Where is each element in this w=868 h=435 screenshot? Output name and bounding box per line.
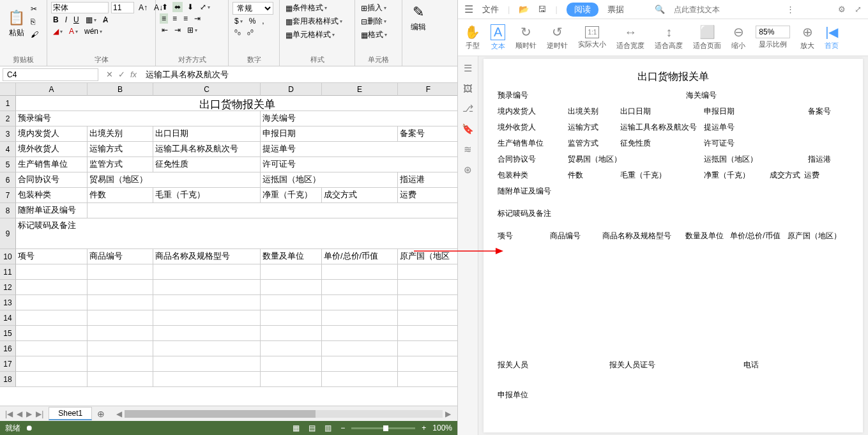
layers-icon[interactable]: ≋ <box>464 144 472 155</box>
zoom-slider[interactable] <box>351 427 415 429</box>
phonetic-button[interactable]: wén▾ <box>82 26 104 36</box>
first-page-tool[interactable]: |◀首页 <box>825 24 839 50</box>
grid-cell[interactable]: 商品编号 <box>88 249 153 264</box>
grid-cell[interactable] <box>261 310 322 326</box>
grid-cell[interactable] <box>16 326 88 341</box>
column-header[interactable]: C <box>153 83 261 96</box>
grid-cell[interactable]: 成交方式 <box>322 188 398 203</box>
grid-cell[interactable] <box>322 356 398 372</box>
copy-button[interactable]: ⎘ <box>29 17 40 27</box>
fill-color-button[interactable]: ◢▾ <box>51 26 65 36</box>
read-tab[interactable]: 阅读 <box>567 3 598 17</box>
row-header[interactable]: 13 <box>0 295 16 310</box>
rotate-cw-tool[interactable]: ↻顺时针 <box>515 24 537 50</box>
align-center-button[interactable]: ≡ <box>171 13 179 24</box>
grid-cell[interactable] <box>398 310 457 326</box>
add-sheet-button[interactable]: ⊕ <box>92 409 110 419</box>
grid-cell[interactable] <box>322 280 398 295</box>
grid-cell[interactable]: 出口日期 <box>153 126 261 142</box>
grid-cell[interactable] <box>88 356 153 372</box>
delete-button[interactable]: ⊟ 删除▾ <box>359 15 388 27</box>
grid-cell[interactable]: 贸易国（地区） <box>88 172 261 188</box>
cut-button[interactable]: ✂ <box>29 4 40 14</box>
page-layout-view-button[interactable]: ▤ <box>306 424 318 432</box>
pdf-page[interactable]: 出口货物报关单 预录编号海关编号 境内发货人出境关别出口日期申报日期备案号 境外… <box>483 59 863 432</box>
confirm-formula-button[interactable]: ✓ <box>118 70 125 79</box>
hand-tool[interactable]: ✋手型 <box>464 24 480 50</box>
grid-cell[interactable] <box>88 326 153 341</box>
grid-cell[interactable] <box>88 280 153 295</box>
grid-cell[interactable]: 海关编号 <box>261 111 457 126</box>
underline-button[interactable]: U <box>72 15 81 25</box>
align-right-button[interactable]: ≡ <box>181 13 190 24</box>
grid-cell[interactable] <box>322 295 398 310</box>
grid-cell[interactable]: 运输方式 <box>88 142 153 157</box>
grid-cell[interactable]: 商品名称及规格型号 <box>153 249 261 264</box>
select-all-corner[interactable] <box>0 83 16 96</box>
save-icon[interactable]: 🖫 <box>538 4 546 14</box>
grid-cell[interactable]: 运费 <box>398 188 457 203</box>
grid-cell[interactable] <box>261 326 322 341</box>
currency-button[interactable]: $▾ <box>232 16 245 26</box>
grid-cell[interactable]: 合同协议号 <box>16 172 88 188</box>
grid-cell[interactable]: 申报日期 <box>261 126 398 142</box>
zoom-out-tool[interactable]: ⊖缩小 <box>731 24 745 50</box>
zoom-out-button[interactable]: − <box>338 424 347 432</box>
grid-cell[interactable] <box>16 310 88 326</box>
merge-button[interactable]: ⊞▾ <box>185 25 199 35</box>
grid-cell[interactable]: 原产国（地区 <box>398 249 457 264</box>
grid-cell[interactable] <box>322 372 398 387</box>
grid-cell[interactable]: 预录编号 <box>16 111 261 126</box>
grid-cell[interactable]: 净重（千克） <box>261 188 322 203</box>
row-header[interactable]: 8 <box>0 203 16 218</box>
font-color-button[interactable]: A▾ <box>67 26 80 36</box>
actual-size-tool[interactable]: 1:1实际大小 <box>578 26 606 49</box>
fit-width-tool[interactable]: ↔适合宽度 <box>616 25 644 50</box>
grid-cell[interactable] <box>261 372 322 387</box>
grid-cell[interactable] <box>16 341 88 356</box>
bold-button[interactable]: B <box>51 15 61 25</box>
grid-cell[interactable] <box>398 264 457 280</box>
text-tool[interactable]: A文本 <box>491 24 505 51</box>
grid-cell[interactable] <box>153 341 261 356</box>
font-size-select[interactable] <box>111 2 134 13</box>
row-header[interactable]: 1 <box>0 96 16 111</box>
italic-button[interactable]: I <box>63 15 69 25</box>
grid-cell[interactable] <box>16 356 88 372</box>
grid-cell[interactable]: 征免性质 <box>153 157 261 172</box>
grid-cell[interactable]: 件数 <box>88 188 153 203</box>
grid-cell[interactable]: 生产销售单位 <box>16 157 88 172</box>
edit-button[interactable]: ✎ 编辑 <box>406 1 430 35</box>
increase-indent-button[interactable]: ⇥ <box>172 25 183 35</box>
grid-cell[interactable] <box>322 310 398 326</box>
grid-cell[interactable]: 随附单证及编号 <box>16 203 88 218</box>
row-header[interactable]: 11 <box>0 264 16 280</box>
grid-cell[interactable]: 提运单号 <box>261 142 457 157</box>
row-header[interactable]: 7 <box>0 188 16 203</box>
number-format-select[interactable]: 常规 <box>232 2 273 15</box>
format-button[interactable]: ▦ 格式▾ <box>359 29 389 41</box>
tree-icon[interactable]: ⎇ <box>462 103 473 114</box>
fit-height-tool[interactable]: ↕适合高度 <box>655 25 683 50</box>
row-header[interactable]: 17 <box>0 356 16 372</box>
row-header[interactable]: 4 <box>0 142 16 157</box>
grid-cell[interactable] <box>322 341 398 356</box>
grid-cell[interactable]: 指运港 <box>398 172 457 188</box>
grid-cell[interactable] <box>398 280 457 295</box>
grid-cell[interactable] <box>261 341 322 356</box>
cell-reference-input[interactable] <box>3 68 98 81</box>
horizontal-scrollbar[interactable]: ◀ ▶ <box>110 409 457 418</box>
font-name-select[interactable] <box>51 2 109 13</box>
expand-icon[interactable]: ⤢ <box>855 4 862 14</box>
grid-cell[interactable] <box>153 356 261 372</box>
grid-cell[interactable] <box>88 310 153 326</box>
row-header[interactable]: 3 <box>0 126 16 142</box>
grid-cell[interactable]: 运输工具名称及航次号 <box>153 142 261 157</box>
table-style-button[interactable]: ▦ 套用表格样式▾ <box>284 15 344 27</box>
grid-cell[interactable] <box>153 310 261 326</box>
insert-button[interactable]: ⊞ 插入▾ <box>359 2 388 14</box>
grid-cell[interactable]: 出境关别 <box>88 126 153 142</box>
grid-cell[interactable]: 数量及单位 <box>261 249 322 264</box>
grid-cell[interactable] <box>88 264 153 280</box>
spreadsheet-grid[interactable]: ABCDEF 123456789101112131415161718 出口货物报… <box>0 83 457 406</box>
